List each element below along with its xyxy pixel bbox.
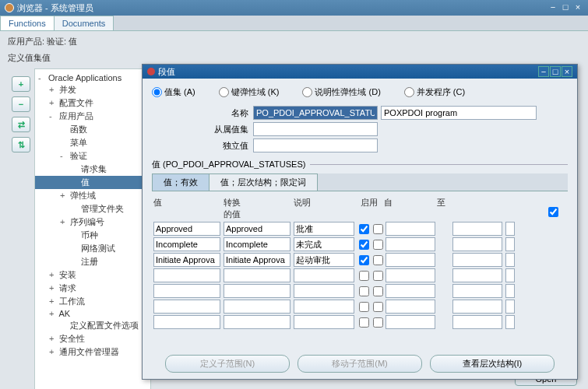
side-btn-2[interactable]: ⇄: [12, 117, 30, 132]
cell-desc[interactable]: [294, 300, 354, 314]
cell-chk2[interactable]: [373, 224, 383, 234]
tree-item[interactable]: 管理文件夹: [35, 202, 150, 216]
cell-from[interactable]: [386, 237, 435, 251]
cell-end[interactable]: [505, 315, 515, 329]
tree-item[interactable]: + 安装: [35, 268, 150, 282]
cell-from[interactable]: [386, 315, 435, 329]
cell-end[interactable]: [505, 222, 515, 236]
tree-item[interactable]: 值: [35, 176, 150, 189]
move-sub-button[interactable]: 移动子范围(M): [298, 355, 422, 373]
cell-chk2[interactable]: [373, 302, 383, 312]
cell-conv[interactable]: [224, 284, 290, 298]
tree-item[interactable]: 函数: [35, 123, 150, 136]
cell-conv[interactable]: [224, 222, 290, 236]
side-btn-0[interactable]: +: [12, 76, 30, 92]
cell-end[interactable]: [505, 237, 515, 251]
cell-chk2[interactable]: [373, 240, 383, 250]
cell-enabled[interactable]: [359, 240, 369, 250]
tree-item[interactable]: + 弹性域: [35, 189, 150, 202]
name-field[interactable]: [253, 106, 378, 120]
cell-from[interactable]: [386, 284, 435, 298]
cell-chk2[interactable]: [373, 255, 383, 265]
tree-item[interactable]: + 工作流: [35, 295, 150, 308]
cell-desc[interactable]: [294, 222, 354, 236]
side-btn-3[interactable]: ⇅: [12, 137, 30, 152]
cell-chk2[interactable]: [373, 271, 383, 281]
cell-end[interactable]: [505, 253, 515, 267]
tree-item[interactable]: - 应用产品: [35, 110, 150, 123]
tree-item[interactable]: + 安全性: [35, 332, 150, 345]
tree-item[interactable]: + 通用文件管理器: [35, 345, 150, 359]
close-icon[interactable]: ×: [572, 2, 583, 13]
cell-enabled[interactable]: [359, 271, 369, 281]
cell-value[interactable]: [153, 315, 220, 329]
tab-documents[interactable]: Documents: [54, 16, 114, 30]
cell-to[interactable]: [452, 222, 502, 236]
cell-desc[interactable]: [294, 315, 354, 329]
parent-field[interactable]: [253, 122, 378, 136]
cell-end[interactable]: [505, 268, 515, 282]
cell-conv[interactable]: [224, 268, 290, 282]
cell-chk2[interactable]: [373, 317, 383, 328]
view-hier-button[interactable]: 查看层次结构(I): [430, 355, 555, 373]
cell-chk2[interactable]: [373, 286, 383, 296]
inner-tab-effective[interactable]: 值；有效: [152, 173, 209, 191]
tree-item[interactable]: 网络测试: [35, 242, 150, 255]
radio-descflex[interactable]: 说明性弹性域 (D): [302, 86, 380, 98]
cell-to[interactable]: [452, 300, 502, 314]
cell-desc[interactable]: [294, 268, 354, 282]
tree-item[interactable]: 注册: [35, 255, 150, 268]
cell-to[interactable]: [452, 284, 502, 298]
cell-enabled[interactable]: [359, 317, 369, 328]
cell-from[interactable]: [386, 222, 435, 236]
cell-from[interactable]: [386, 268, 435, 282]
cell-desc[interactable]: [294, 253, 354, 267]
cell-value[interactable]: [153, 284, 220, 298]
cell-end[interactable]: [505, 284, 515, 298]
dlg-close-icon[interactable]: ×: [562, 66, 572, 77]
maximize-icon[interactable]: □: [560, 2, 571, 13]
minimize-icon[interactable]: −: [548, 2, 558, 13]
tree-item[interactable]: 币种: [35, 229, 150, 242]
cell-conv[interactable]: [224, 300, 290, 314]
indep-field[interactable]: [253, 138, 378, 152]
tree-item[interactable]: + 并发: [35, 83, 150, 96]
group-enabled-checkbox[interactable]: [548, 207, 558, 217]
radio-concprog[interactable]: 并发程序 (C): [404, 86, 465, 98]
cell-desc[interactable]: [294, 284, 354, 298]
cell-value[interactable]: [153, 237, 220, 251]
cell-enabled[interactable]: [359, 286, 369, 296]
cell-value[interactable]: [153, 268, 220, 282]
cell-value[interactable]: [153, 253, 220, 267]
radio-valueset[interactable]: 值集 (A): [152, 86, 195, 98]
cell-to[interactable]: [452, 237, 502, 251]
cell-to[interactable]: [452, 268, 502, 282]
cell-desc[interactable]: [294, 237, 354, 251]
cell-end[interactable]: [505, 300, 515, 314]
radio-keyflex[interactable]: 键弹性域 (K): [219, 86, 280, 98]
tree-item[interactable]: - Oracle Applications: [35, 72, 150, 83]
tree-item[interactable]: + 序列编号: [35, 216, 150, 229]
cell-enabled[interactable]: [359, 255, 369, 265]
tree-item[interactable]: - 验证: [35, 149, 150, 163]
cell-to[interactable]: [452, 253, 502, 267]
tree-item[interactable]: 菜单: [35, 136, 150, 149]
cell-to[interactable]: [452, 315, 502, 329]
cell-from[interactable]: [386, 300, 435, 314]
name-desc-field[interactable]: [381, 106, 537, 120]
tab-functions[interactable]: Functions: [0, 16, 55, 30]
side-btn-1[interactable]: −: [12, 96, 30, 112]
define-sub-button[interactable]: 定义子范围(N): [165, 355, 290, 373]
inner-tab-hierarchy[interactable]: 值；层次结构；限定词: [209, 173, 318, 191]
dlg-maximize-icon[interactable]: □: [550, 66, 561, 77]
tree-item[interactable]: + AK: [35, 308, 150, 319]
cell-enabled[interactable]: [359, 224, 369, 234]
tree-item[interactable]: 请求集: [35, 163, 150, 176]
tree-item[interactable]: 定义配置文件选项: [35, 319, 150, 332]
tree-item[interactable]: + 配置文件: [35, 96, 150, 110]
dlg-minimize-icon[interactable]: −: [538, 66, 549, 77]
cell-from[interactable]: [386, 253, 435, 267]
cell-value[interactable]: [153, 300, 220, 314]
cell-value[interactable]: [153, 222, 220, 236]
cell-conv[interactable]: [224, 237, 290, 251]
